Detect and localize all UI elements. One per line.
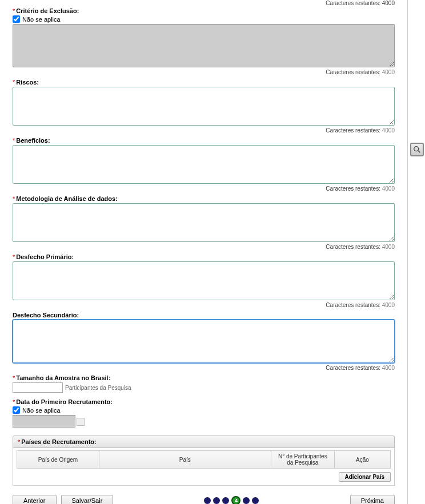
label-criterio-exclusao: *Critério de Exclusão: <box>13 7 395 14</box>
char-remaining-riscos: Caracteres restantes: 4000 <box>13 127 395 134</box>
textarea-riscos[interactable] <box>13 87 395 126</box>
table-row: País de Origem País N° de Participantes … <box>17 451 391 469</box>
label-riscos: *Riscos: <box>13 79 395 86</box>
textarea-desfecho-secundario[interactable] <box>13 320 395 363</box>
input-tamanho-amostra[interactable] <box>13 382 63 393</box>
field-beneficios: *Benefícios: Caracteres restantes: 4000 <box>13 137 395 192</box>
section-paises-recrutamento: *Países de Recrutamento: País de Origem … <box>13 436 395 486</box>
label-metodologia: *Metodologia de Análise de dados: <box>13 195 395 202</box>
step-dot-2[interactable] <box>213 497 220 504</box>
checkbox-nao-aplica-data-label: Não se aplica <box>22 407 61 414</box>
field-data-primeiro: *Data do Primeiro Recrutamento: Não se a… <box>13 398 395 428</box>
col-acao: Ação <box>334 451 390 469</box>
label-beneficios: *Benefícios: <box>13 137 395 144</box>
step-dot-6[interactable] <box>252 497 259 504</box>
checkbox-nao-aplica-exclusao[interactable]: Não se aplica <box>13 15 395 23</box>
salvar-sair-button[interactable]: Salvar/Sair <box>61 495 114 504</box>
field-tamanho-amostra: *Tamanho da Amostra no Brasil: Participa… <box>13 374 395 393</box>
input-data-primeiro <box>13 415 75 428</box>
zoom-icon[interactable] <box>410 143 424 156</box>
hint-participantes: Participantes da Pesquisa <box>65 385 131 391</box>
header-paises-recrutamento: *Países de Recrutamento: <box>13 436 395 448</box>
col-pais-origem: País de Origem <box>17 451 99 469</box>
char-remaining-exclusao: Caracteres restantes: 4000 <box>13 69 395 75</box>
step-indicator: 4 <box>204 496 259 504</box>
add-pais-button[interactable]: Adicionar País <box>339 472 391 482</box>
char-remaining-desfecho-secundario: Caracteres restantes: 4000 <box>13 365 395 371</box>
svg-line-1 <box>418 151 420 153</box>
label-desfecho-secundario: Desfecho Secundário: <box>13 312 395 318</box>
char-remaining-top: Caracteres restantes: 4000 <box>13 0 395 6</box>
step-dot-1[interactable] <box>204 497 211 504</box>
step-dot-4-active[interactable]: 4 <box>231 496 240 504</box>
proxima-button[interactable]: Próxima <box>350 495 395 504</box>
char-remaining-metodologia: Caracteres restantes: 4000 <box>13 244 395 250</box>
calendar-icon[interactable] <box>77 418 85 426</box>
char-remaining-desfecho-primario: Caracteres restantes: 4000 <box>13 302 395 308</box>
label-tamanho-amostra: *Tamanho da Amostra no Brasil: <box>13 374 395 381</box>
step-dot-5[interactable] <box>243 497 250 504</box>
field-riscos: *Riscos: Caracteres restantes: 4000 <box>13 79 395 134</box>
field-desfecho-primario: *Desfecho Primário: Caracteres restantes… <box>13 253 395 308</box>
field-metodologia: *Metodologia de Análise de dados: Caract… <box>13 195 395 250</box>
char-remaining-beneficios: Caracteres restantes: 4000 <box>13 186 395 192</box>
col-participantes: N° de Participantes da Pesquisa <box>271 451 334 469</box>
textarea-desfecho-primario[interactable] <box>13 261 395 300</box>
svg-point-0 <box>414 147 419 151</box>
col-pais: País <box>99 451 271 469</box>
textarea-criterio-exclusao <box>13 24 395 67</box>
checkbox-nao-aplica-exclusao-input[interactable] <box>13 15 20 23</box>
label-data-primeiro: *Data do Primeiro Recrutamento: <box>13 398 395 405</box>
textarea-metodologia[interactable] <box>13 203 395 242</box>
checkbox-nao-aplica-exclusao-label: Não se aplica <box>22 16 61 23</box>
checkbox-nao-aplica-data-input[interactable] <box>13 406 20 414</box>
textarea-beneficios[interactable] <box>13 145 395 184</box>
step-dot-3[interactable] <box>222 497 229 504</box>
table-paises: País de Origem País N° de Participantes … <box>17 450 391 469</box>
footer-nav: Anterior Salvar/Sair 4 Próxima <box>13 495 395 504</box>
field-criterio-exclusao: *Critério de Exclusão: Não se aplica Car… <box>13 7 395 75</box>
field-desfecho-secundario: Desfecho Secundário: Caracteres restante… <box>13 312 395 371</box>
anterior-button[interactable]: Anterior <box>13 495 57 504</box>
checkbox-nao-aplica-data[interactable]: Não se aplica <box>13 406 395 414</box>
label-desfecho-primario: *Desfecho Primário: <box>13 253 395 260</box>
